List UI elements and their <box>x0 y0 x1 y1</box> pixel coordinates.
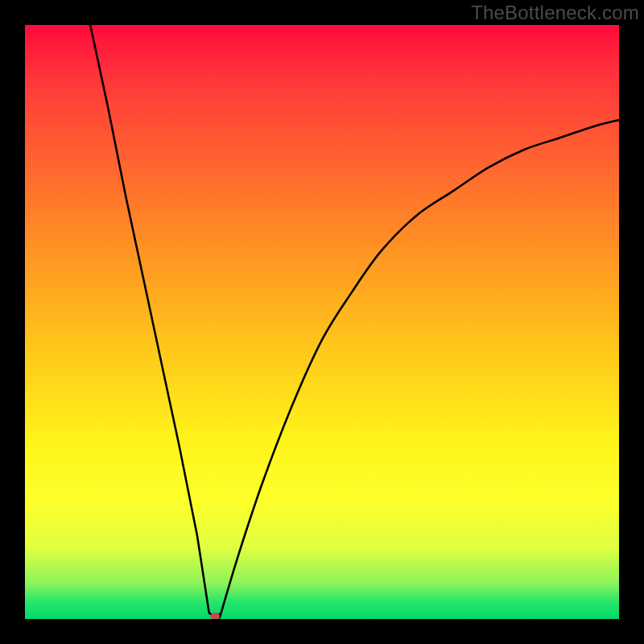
credit-text: TheBottleneck.com <box>471 2 639 24</box>
curve-path <box>90 25 619 617</box>
bottleneck-curve <box>25 25 619 619</box>
plot-area <box>25 25 619 619</box>
